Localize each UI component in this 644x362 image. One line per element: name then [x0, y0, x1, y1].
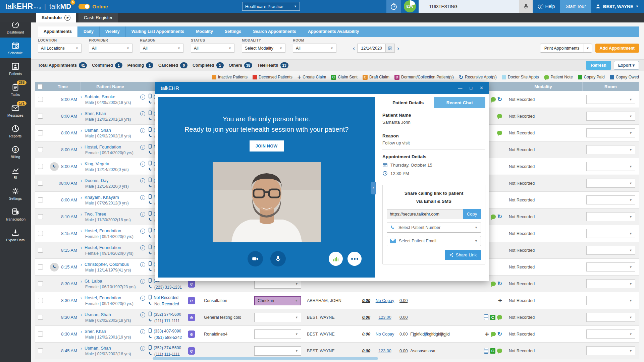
online-toggle[interactable] [78, 4, 90, 9]
info-icon[interactable]: i [140, 296, 145, 301]
row-checkbox[interactable] [38, 264, 43, 269]
info-icon[interactable]: i [140, 178, 145, 183]
amount-due[interactable]: 0.00 [362, 349, 372, 353]
info-icon[interactable]: i [140, 111, 145, 116]
tab-schedule[interactable]: Schedule ▶ [36, 13, 76, 22]
balance-link[interactable]: 0.00 [399, 332, 408, 337]
patient-name-link[interactable]: Hostel, Foundation [85, 295, 121, 300]
subtab-daily[interactable]: Daily [78, 26, 100, 37]
info-icon[interactable]: i [140, 212, 145, 217]
eligibility-icon[interactable]: e [188, 314, 195, 321]
balance-link[interactable]: 0.00 [399, 298, 408, 303]
info-icon[interactable]: i [140, 245, 145, 250]
row-checkbox[interactable] [38, 348, 43, 353]
patient-note-icon[interactable] [497, 131, 502, 135]
patient-note-icon[interactable] [491, 332, 496, 336]
sidebar-item-schedule[interactable]: Schedule [0, 38, 31, 58]
sidebar-item-settings[interactable]: Settings [0, 183, 31, 204]
date-picker[interactable]: 12/14/2020 [357, 44, 395, 53]
row-checkbox[interactable] [38, 248, 43, 253]
room-select[interactable]: ▼ [586, 128, 635, 137]
room-select[interactable]: ▼ [586, 162, 635, 171]
tab-cash-register[interactable]: Cash Register [78, 13, 118, 22]
patient-name-link[interactable]: Two, Three [85, 212, 106, 217]
room-select[interactable]: ▼ [586, 95, 635, 104]
status-select[interactable]: ▼ [254, 329, 301, 339]
refresh-button[interactable]: Refresh [586, 61, 611, 70]
chevron-right-icon[interactable]: › [80, 228, 82, 234]
subtab-settings[interactable]: Settings [219, 26, 247, 37]
next-day-button[interactable]: › [395, 44, 401, 53]
chevron-right-icon[interactable]: › [80, 194, 82, 200]
share-link-field[interactable]: https://secure.talkehr.com [387, 209, 463, 219]
row-checkbox[interactable] [38, 331, 43, 337]
copay-link[interactable]: 123.00 [378, 349, 391, 353]
row-checkbox[interactable] [38, 164, 43, 169]
eligibility-icon[interactable]: e [188, 347, 195, 355]
sidebar-item-billing[interactable]: $Billing [0, 141, 31, 162]
patient-name-link[interactable]: Gt, Laiba [85, 279, 102, 284]
patient-name-link[interactable]: Hostel, Foundation [85, 245, 121, 250]
row-checkbox[interactable] [38, 114, 43, 119]
info-icon[interactable]: i [140, 329, 145, 334]
recursive-appt-icon[interactable]: ↻ [497, 281, 502, 287]
patient-note-icon[interactable] [491, 97, 496, 102]
maximize-icon[interactable]: □ [470, 85, 472, 90]
filter-select-status[interactable]: All▼ [191, 44, 234, 53]
practice-select[interactable]: Healthcare Practice ▼ [242, 2, 300, 11]
help-button[interactable]: ? Help [533, 0, 560, 13]
recursive-appt-icon[interactable]: ↻ [497, 214, 502, 220]
patient-name-link[interactable]: Dooms, Day [85, 178, 109, 183]
recursive-appt-icon[interactable]: ↻ [497, 97, 502, 102]
select-all-checkbox[interactable] [38, 84, 43, 89]
status-select[interactable]: ▼ [254, 313, 301, 322]
room-select[interactable]: ▼ [586, 296, 635, 305]
patient-name-link[interactable]: Sher, Khan [85, 111, 106, 116]
balance-link[interactable]: 0.00 [399, 349, 408, 353]
claim-edit-icon[interactable] [484, 314, 488, 320]
chevron-right-icon[interactable]: › [80, 295, 82, 301]
connection-quality-button[interactable] [329, 252, 343, 266]
subtab-modality[interactable]: Modality [190, 26, 219, 37]
filter-select-provider[interactable]: All▼ [89, 44, 132, 53]
row-checkbox[interactable] [38, 315, 43, 320]
room-select[interactable]: ▼ [586, 145, 635, 154]
room-select[interactable]: ▼ [586, 313, 635, 322]
info-icon[interactable]: i [140, 346, 145, 351]
amount-due[interactable]: 0.00 [362, 332, 372, 337]
info-icon[interactable]: i [140, 195, 145, 200]
patient-name-link[interactable]: Hostel, Foundation [85, 144, 121, 149]
camera-button[interactable] [248, 251, 263, 266]
patient-name-link[interactable]: Khayam, Khayam [85, 195, 119, 200]
claim-sent-icon[interactable]: C [490, 315, 495, 320]
row-checkbox[interactable] [38, 298, 43, 303]
microphone-button[interactable] [270, 251, 286, 266]
patient-name-link[interactable]: Sher, Khan [85, 329, 106, 334]
info-icon[interactable]: i [140, 279, 145, 284]
filter-select-location[interactable]: All Locations▼ [38, 44, 82, 53]
row-checkbox[interactable] [38, 197, 43, 202]
patient-name-link[interactable]: Usman, Shah [85, 346, 111, 351]
claim-sent-icon[interactable]: C [490, 348, 495, 354]
tab-patient-details[interactable]: Patient Details [382, 97, 434, 108]
room-select[interactable]: ▼ [586, 246, 635, 255]
patient-name-link[interactable]: Christopher, Colombus [85, 262, 129, 267]
patient-note-icon[interactable] [491, 282, 496, 286]
patient-email-select[interactable]: Select Patient Email ▼ [387, 236, 481, 246]
subtab-waiting-list-appointments[interactable]: Waiting List Appointments [126, 26, 190, 37]
chevron-right-icon[interactable]: › [80, 328, 82, 334]
subtab-appointments-availability[interactable]: Appointments Availability [302, 26, 365, 37]
patient-number-select[interactable]: Select Patient Number ▼ [387, 223, 481, 233]
row-checkbox[interactable] [38, 130, 43, 135]
chevron-right-icon[interactable]: › [80, 261, 82, 267]
create-claim-icon[interactable]: + [485, 331, 489, 337]
sidebar-item-patients[interactable]: Patients [0, 58, 31, 79]
more-options-button[interactable] [347, 252, 362, 266]
create-claim-icon[interactable]: + [498, 298, 502, 303]
room-select[interactable]: ▼ [586, 346, 635, 355]
copay-link[interactable]: No Copay [376, 298, 394, 303]
call-icon[interactable] [50, 263, 59, 272]
filter-select-room[interactable]: All▼ [293, 44, 336, 53]
room-select[interactable]: ▼ [586, 329, 635, 339]
row-checkbox[interactable] [38, 147, 43, 152]
